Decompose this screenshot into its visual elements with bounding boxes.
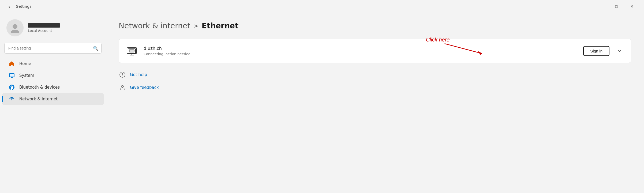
svg-point-1 — [11, 30, 19, 33]
svg-rect-3 — [11, 77, 13, 78]
give-feedback-item: Give feedback — [119, 82, 631, 93]
main-panel: Network & internet > Ethernet — [106, 13, 644, 193]
window-title: Settings — [16, 4, 31, 9]
svg-point-18 — [121, 85, 123, 88]
sidebar-item-label-home: Home — [19, 61, 31, 66]
sidebar-item-system[interactable]: System — [2, 70, 104, 81]
username-redacted — [28, 23, 60, 28]
home-icon — [9, 60, 15, 67]
sidebar-item-network[interactable]: Network & internet — [2, 93, 104, 105]
breadcrumb-parent: Network & internet — [119, 21, 190, 30]
maximize-button[interactable]: □ — [609, 2, 624, 11]
sidebar-item-label-bluetooth: Bluetooth & devices — [19, 85, 60, 90]
search-box: 🔍 — [4, 43, 102, 54]
back-button[interactable]: ‹ — [4, 2, 14, 11]
network-icon — [9, 96, 15, 102]
ethernet-icon — [125, 44, 138, 57]
user-type: Local Account — [28, 29, 60, 33]
content-area: Local Account 🔍 Home — [0, 13, 644, 193]
sign-in-button[interactable]: Sign in — [583, 46, 609, 56]
network-name: d.uzh.ch — [144, 46, 578, 51]
get-help-icon — [119, 71, 126, 78]
network-status: Connecting, action needed — [144, 52, 578, 56]
svg-point-0 — [13, 24, 17, 29]
user-profile: Local Account — [0, 15, 106, 43]
svg-point-17 — [122, 76, 123, 76]
expand-chevron[interactable] — [615, 46, 624, 56]
sidebar-nav: Home System — [0, 58, 106, 105]
sidebar-item-label-network: Network & internet — [19, 97, 58, 101]
system-icon — [9, 72, 15, 79]
window-controls: — □ ✕ — [593, 2, 640, 11]
sidebar: Local Account 🔍 Home — [0, 13, 106, 193]
close-button[interactable]: ✕ — [624, 2, 640, 11]
get-help-item: Get help — [119, 69, 631, 80]
svg-rect-10 — [129, 50, 134, 52]
sidebar-item-home[interactable]: Home — [2, 58, 104, 70]
sidebar-item-bluetooth[interactable]: Bluetooth & devices — [2, 81, 104, 93]
network-section: d.uzh.ch Connecting, action needed Sign … — [119, 39, 631, 63]
feedback-icon — [119, 84, 126, 91]
network-info: d.uzh.ch Connecting, action needed — [144, 46, 578, 56]
sidebar-item-label-system: System — [19, 73, 34, 78]
help-links: Get help Give feedback — [119, 69, 631, 93]
user-info: Local Account — [28, 23, 60, 33]
svg-rect-4 — [10, 74, 14, 77]
minimize-button[interactable]: — — [593, 2, 609, 11]
breadcrumb-current: Ethernet — [202, 21, 239, 30]
titlebar: ‹ Settings — □ ✕ — [0, 0, 644, 13]
breadcrumb: Network & internet > Ethernet — [119, 21, 631, 30]
settings-window: ‹ Settings — □ ✕ Loca — [0, 0, 644, 193]
network-card: d.uzh.ch Connecting, action needed Sign … — [119, 39, 631, 63]
get-help-link[interactable]: Get help — [130, 72, 147, 77]
avatar — [6, 19, 24, 36]
search-input[interactable] — [4, 43, 102, 54]
give-feedback-link[interactable]: Give feedback — [130, 85, 159, 90]
bluetooth-icon — [9, 84, 15, 90]
breadcrumb-separator: > — [193, 22, 198, 29]
